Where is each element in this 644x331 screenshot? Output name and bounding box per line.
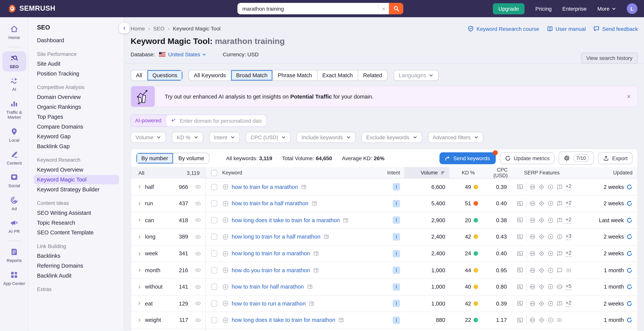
upgrade-button[interactable]: Upgrade <box>493 3 525 14</box>
help-link-user-manual[interactable]: User manual <box>546 25 586 32</box>
intent-badge[interactable]: I <box>392 267 400 274</box>
paa-icon[interactable] <box>556 251 562 257</box>
add-keyword-icon[interactable] <box>222 184 229 190</box>
filter-volume[interactable]: Volume <box>130 132 166 143</box>
intent-badge[interactable]: I <box>392 217 400 224</box>
row-checkbox[interactable] <box>211 284 217 290</box>
list-icon[interactable] <box>556 317 562 323</box>
menu-item-seo-content-template[interactable]: SEO Content Template <box>34 228 119 237</box>
serp-more-count[interactable]: +3 <box>566 233 572 241</box>
enterprise-link[interactable]: Enterprise <box>562 5 587 11</box>
help-link-send-feedback[interactable]: Send feedback <box>593 25 638 32</box>
video-icon[interactable] <box>548 234 554 240</box>
menu-item-top-pages[interactable]: Top Pages <box>34 112 119 122</box>
rail-item-social[interactable]: Social <box>2 170 26 191</box>
tab-phrase-match[interactable]: Phrase Match <box>273 70 318 81</box>
group-row-can[interactable]: can 418 <box>131 212 205 229</box>
rail-item-content[interactable]: Content <box>2 148 26 168</box>
view-search-history-button[interactable]: View search history <box>581 52 638 63</box>
tab-exact-match[interactable]: Exact Match <box>318 70 358 81</box>
serp-preview-icon[interactable] <box>517 234 523 240</box>
keyword-details-icon[interactable] <box>323 234 330 240</box>
menu-item-keyword-strategy-builder[interactable]: Keyword Strategy Builder <box>34 185 119 194</box>
header-kd[interactable]: KD % <box>449 170 481 176</box>
rail-item-ad[interactable]: Ad <box>2 193 26 214</box>
row-checkbox[interactable] <box>211 201 217 207</box>
serp-more-count[interactable]: +2 <box>566 200 572 207</box>
breadcrumb-seo[interactable]: SEO <box>153 25 164 31</box>
keyword-link[interactable]: how long to train for a half marathon <box>232 234 320 240</box>
menu-item-seo-writing-assistant[interactable]: SEO Writing Assistant <box>34 208 119 218</box>
carousel-icon[interactable] <box>556 284 562 290</box>
group-row-eat[interactable]: eat 129 <box>131 296 205 312</box>
refresh-icon[interactable] <box>626 201 632 207</box>
sitelinks-icon[interactable] <box>538 217 544 223</box>
row-checkbox[interactable] <box>211 251 217 257</box>
languages-dropdown[interactable]: Languages <box>393 70 439 81</box>
avatar[interactable]: L <box>627 3 637 14</box>
menu-item-position-tracking[interactable]: Position Tracking <box>34 69 119 78</box>
menu-item-keyword-magic-tool[interactable]: Keyword Magic Tool <box>34 175 119 184</box>
rail-item-seo[interactable]: SEO <box>2 51 26 71</box>
rail-item-reports[interactable]: Reports <box>2 245 26 265</box>
eye-icon[interactable] <box>195 200 201 207</box>
sitelinks-icon[interactable] <box>538 234 544 240</box>
menu-item-topic-research[interactable]: Topic Research <box>34 218 119 228</box>
sitelinks-icon[interactable] <box>538 267 544 273</box>
select-all-checkbox[interactable] <box>211 170 217 176</box>
intent-badge[interactable]: I <box>392 200 400 207</box>
chevron-right-icon[interactable] <box>138 285 142 289</box>
tab-related[interactable]: Related <box>358 70 387 81</box>
banner-close-icon[interactable]: × <box>627 93 631 100</box>
group-row-long[interactable]: long 389 <box>131 229 205 245</box>
semrush-logo[interactable]: SEMRUSH <box>7 3 56 13</box>
breadcrumb-home[interactable]: Home <box>130 25 145 31</box>
help-link-keyword-research-course[interactable]: Keyword Research course <box>468 25 539 32</box>
paa-icon[interactable] <box>556 300 562 307</box>
intent-badge[interactable]: I <box>392 183 400 191</box>
eye-icon[interactable] <box>195 300 201 307</box>
eye-icon[interactable] <box>195 267 201 274</box>
header-updated[interactable]: Updated <box>583 170 638 176</box>
group-row-half[interactable]: half 966 <box>131 179 205 196</box>
intent-badge[interactable]: I <box>392 233 400 241</box>
rail-item-ai[interactable]: AI <box>2 74 26 94</box>
rail-item-traffic-market[interactable]: Traffic & Market <box>2 97 26 122</box>
menu-item-backlinks[interactable]: Backlinks <box>34 251 119 261</box>
video-icon[interactable] <box>548 184 554 190</box>
list-icon[interactable] <box>566 267 572 273</box>
link-icon[interactable] <box>530 201 536 207</box>
menu-item-site-audit[interactable]: Site Audit <box>34 59 119 69</box>
keyword-link[interactable]: how to train to run a marathon <box>232 300 306 307</box>
keyword-details-icon[interactable] <box>306 284 313 290</box>
add-keyword-icon[interactable] <box>222 267 229 274</box>
paa-icon[interactable] <box>556 201 562 207</box>
keyword-link[interactable]: how to train for half marathon <box>232 284 304 290</box>
search-button[interactable] <box>389 3 404 14</box>
chevron-right-icon[interactable] <box>138 201 142 206</box>
sitelinks-icon[interactable] <box>538 317 544 323</box>
keyword-details-icon[interactable] <box>301 184 307 190</box>
row-checkbox[interactable] <box>211 217 217 223</box>
menu-item-referring-domains[interactable]: Referring Domains <box>34 261 119 271</box>
chevron-right-icon[interactable] <box>138 318 142 322</box>
refresh-icon[interactable] <box>626 251 632 257</box>
link-icon[interactable] <box>530 217 536 223</box>
link-icon[interactable] <box>530 284 536 290</box>
menu-item-keyword-overview[interactable]: Keyword Overview <box>34 165 119 175</box>
sitelinks-icon[interactable] <box>538 251 544 257</box>
rail-item-home[interactable]: Home <box>2 22 26 43</box>
video-icon[interactable] <box>548 284 554 290</box>
keyword-link[interactable]: how to train for a half marathon <box>232 201 308 207</box>
row-checkbox[interactable] <box>211 317 217 323</box>
serp-more-count[interactable]: +2 <box>566 300 572 307</box>
filter-exclude-keywords[interactable]: Exclude keywords <box>362 132 422 143</box>
toggle-by-volume[interactable]: By volume <box>173 153 209 163</box>
intent-badge[interactable]: I <box>392 250 400 257</box>
serp-more-count[interactable]: +2 <box>566 217 572 224</box>
filter-kd[interactable]: KD % <box>172 132 203 143</box>
serp-preview-icon[interactable] <box>517 200 523 207</box>
chevron-right-icon[interactable] <box>138 185 142 189</box>
rail-item-app-center[interactable]: App Center <box>2 268 26 288</box>
video-icon[interactable] <box>548 300 554 307</box>
